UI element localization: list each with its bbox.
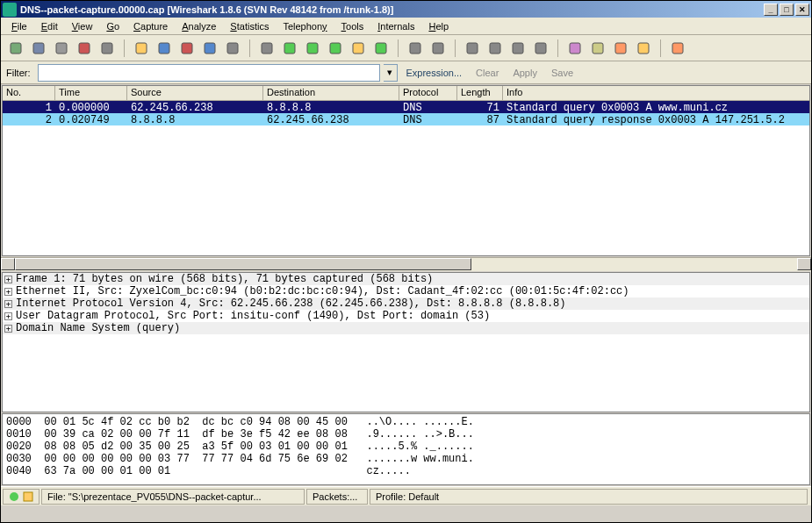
auto-scroll-button[interactable] bbox=[428, 39, 448, 58]
print-icon bbox=[226, 41, 240, 55]
svg-rect-8 bbox=[205, 43, 215, 54]
stop-capture-button[interactable] bbox=[75, 39, 94, 58]
start-capture-icon bbox=[54, 41, 68, 55]
filter-dropdown-button[interactable]: ▾ bbox=[384, 64, 398, 82]
tree-row[interactable]: +Ethernet II, Src: ZyxelCom_bc:c0:94 (b0… bbox=[3, 285, 809, 297]
tree-row[interactable]: +Frame 1: 71 bytes on wire (568 bits), 7… bbox=[3, 273, 809, 285]
display-filter-button[interactable] bbox=[588, 39, 607, 58]
minimize-button[interactable]: _ bbox=[764, 4, 778, 16]
status-expert-info[interactable] bbox=[3, 489, 40, 505]
print-button[interactable] bbox=[223, 39, 242, 58]
open-button[interactable] bbox=[132, 39, 151, 58]
col-length[interactable]: Length bbox=[457, 86, 503, 100]
table-row[interactable]: 20.0207498.8.8.862.245.66.238DNS87Standa… bbox=[3, 113, 809, 125]
help-toolbar-button[interactable] bbox=[668, 39, 687, 58]
stop-capture-icon bbox=[77, 41, 91, 55]
tree-row[interactable]: +Domain Name System (query) bbox=[3, 322, 809, 334]
packet-bytes-pane[interactable]: 0000 00 01 5c 4f 02 cc b0 b2 dc bc c0 94… bbox=[2, 413, 810, 485]
scroll-left-button[interactable] bbox=[1, 258, 15, 270]
restart-capture-icon bbox=[100, 41, 114, 55]
packet-list-scrollbar[interactable] bbox=[1, 257, 811, 271]
menu-analyze[interactable]: Analyze bbox=[175, 19, 223, 33]
menu-help[interactable]: Help bbox=[421, 19, 456, 33]
titlebar[interactable]: DNS--packet-capture.00000.cap [Wireshark… bbox=[1, 1, 811, 18]
svg-rect-14 bbox=[353, 43, 363, 54]
svg-rect-25 bbox=[638, 43, 649, 54]
go-back-button[interactable] bbox=[280, 39, 299, 58]
clear-button[interactable]: Clear bbox=[471, 68, 504, 78]
menu-telephony[interactable]: Telephony bbox=[276, 19, 334, 33]
go-to-button[interactable] bbox=[326, 39, 345, 58]
go-forward-button[interactable] bbox=[303, 39, 322, 58]
svg-rect-2 bbox=[56, 43, 67, 54]
col-protocol[interactable]: Protocol bbox=[399, 86, 457, 100]
menu-internals[interactable]: Internals bbox=[370, 19, 421, 33]
colorize-button[interactable] bbox=[406, 39, 425, 58]
expand-icon[interactable]: + bbox=[4, 300, 12, 308]
go-last-icon bbox=[374, 41, 388, 55]
col-no[interactable]: No. bbox=[3, 86, 55, 100]
status-profile-text: Profile: Default bbox=[376, 491, 439, 502]
auto-scroll-icon bbox=[431, 41, 445, 55]
interfaces-button[interactable] bbox=[6, 39, 25, 58]
menu-go[interactable]: Go bbox=[99, 19, 126, 33]
menu-statistics[interactable]: Statistics bbox=[223, 19, 276, 33]
close-button[interactable] bbox=[177, 39, 197, 58]
tree-row[interactable]: +User Datagram Protocol, Src Port: insit… bbox=[3, 310, 809, 322]
tree-label: Ethernet II, Src: ZyxelCom_bc:c0:94 (b0:… bbox=[16, 285, 629, 297]
expand-icon[interactable]: + bbox=[4, 276, 12, 283]
save-button[interactable]: Save bbox=[546, 68, 578, 78]
close-button[interactable]: ✕ bbox=[795, 4, 809, 16]
zoom-out-button[interactable] bbox=[485, 39, 505, 58]
table-row[interactable]: 10.00000062.245.66.2388.8.8.8DNS71Standa… bbox=[3, 101, 809, 113]
save-button[interactable] bbox=[154, 39, 174, 58]
packet-details-pane[interactable]: +Frame 1: 71 bytes on wire (568 bits), 7… bbox=[2, 272, 810, 412]
menu-view[interactable]: View bbox=[65, 19, 100, 33]
svg-rect-10 bbox=[262, 43, 272, 54]
col-time[interactable]: Time bbox=[55, 86, 127, 100]
reload-button[interactable] bbox=[200, 39, 219, 58]
maximize-button[interactable]: □ bbox=[780, 4, 794, 16]
filter-bar: Filter: ▾ Expression... Clear Apply Save bbox=[1, 61, 811, 84]
menu-tools[interactable]: Tools bbox=[334, 19, 371, 33]
capture-options-button[interactable] bbox=[29, 39, 48, 58]
packet-list-pane[interactable]: No. Time Source Destination Protocol Len… bbox=[2, 85, 810, 256]
svg-rect-11 bbox=[284, 43, 295, 54]
expression-button[interactable]: Expression... bbox=[401, 68, 468, 78]
expand-icon[interactable]: + bbox=[4, 325, 12, 333]
status-profile[interactable]: Profile: Default bbox=[370, 489, 808, 505]
prefs-button[interactable] bbox=[634, 39, 653, 58]
scroll-right-button[interactable] bbox=[797, 258, 811, 270]
go-first-button[interactable] bbox=[349, 39, 368, 58]
svg-rect-18 bbox=[467, 43, 478, 54]
col-source[interactable]: Source bbox=[127, 86, 263, 100]
zoom-in-icon bbox=[465, 41, 479, 55]
svg-rect-19 bbox=[490, 43, 500, 54]
menu-edit[interactable]: Edit bbox=[34, 19, 65, 33]
capture-filter-button[interactable] bbox=[565, 39, 585, 58]
zoom-fit-button[interactable] bbox=[508, 39, 528, 58]
capture-filter-icon bbox=[568, 41, 582, 55]
filter-input[interactable] bbox=[38, 64, 380, 82]
coloring-rules-button[interactable] bbox=[611, 39, 630, 58]
find-button[interactable] bbox=[257, 39, 277, 58]
menu-capture[interactable]: Capture bbox=[126, 19, 175, 33]
expand-icon[interactable]: + bbox=[4, 288, 12, 296]
cell-no: 2 bbox=[3, 113, 55, 125]
expand-icon[interactable]: + bbox=[4, 312, 12, 320]
col-destination[interactable]: Destination bbox=[263, 86, 399, 100]
go-last-button[interactable] bbox=[371, 39, 391, 58]
start-capture-button[interactable] bbox=[52, 39, 71, 58]
packet-list-header[interactable]: No. Time Source Destination Protocol Len… bbox=[3, 86, 809, 101]
cell-source: 62.245.66.238 bbox=[127, 101, 263, 113]
close-icon bbox=[180, 41, 194, 55]
restart-capture-button[interactable] bbox=[97, 39, 117, 58]
apply-button[interactable]: Apply bbox=[507, 68, 543, 78]
tree-row[interactable]: +Internet Protocol Version 4, Src: 62.24… bbox=[3, 297, 809, 310]
col-info[interactable]: Info bbox=[503, 86, 809, 100]
menu-file[interactable]: File bbox=[4, 19, 34, 33]
svg-rect-4 bbox=[102, 43, 112, 54]
scroll-thumb[interactable] bbox=[15, 258, 471, 270]
zoom-in-button[interactable] bbox=[463, 39, 482, 58]
resize-columns-button[interactable] bbox=[531, 39, 550, 58]
